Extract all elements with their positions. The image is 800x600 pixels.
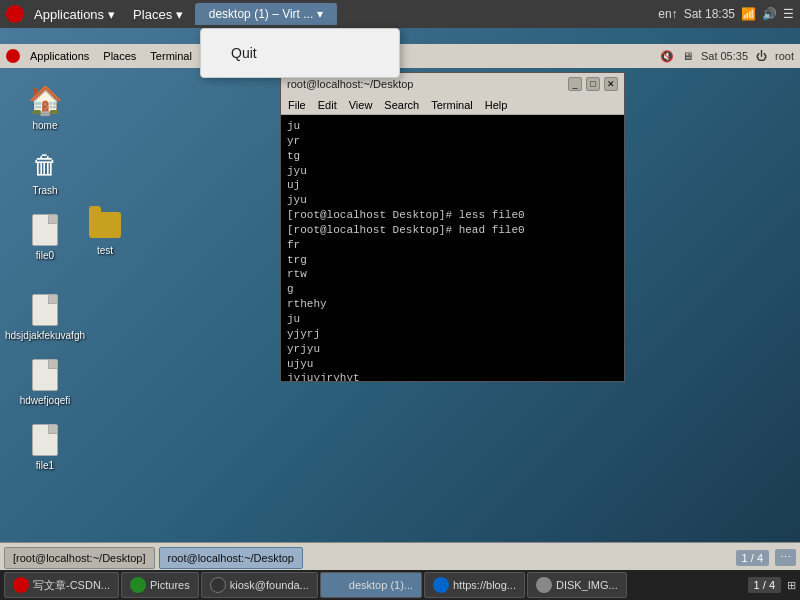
terminal-line: g [287,282,618,297]
bottom-app-browser[interactable]: https://blog... [424,572,525,598]
bottom-app-csdn[interactable]: 写文章-CSDN... [4,572,119,598]
bottom-appbar: 写文章-CSDN... Pictures kiosk@founda... des… [0,570,800,600]
bottom-app-disk[interactable]: DISK_IMG... [527,572,627,598]
bottom-app-pictures[interactable]: Pictures [121,572,199,598]
bottom-app-desktop[interactable]: desktop (1)... [320,572,422,598]
desktop-icon-hdwefjoqefi[interactable]: hdwefjoqefi [10,353,80,410]
desktop-icon-btn [329,577,345,593]
trash-icon: 🗑 [27,147,63,183]
taskbar-item-2[interactable]: root@localhost:~/Desktop [159,547,303,569]
applications-menu-button[interactable]: Applications ▾ [28,5,121,24]
browser-icon [433,577,449,593]
terminal-line: trg [287,253,618,268]
applications-label: Applications [34,7,104,22]
inner-screen-icon: 🖥 [682,50,693,62]
applications-arrow: ▾ [108,7,115,22]
desktop-background: Applications Places Terminal 🔇 🖥 Sat 05:… [0,22,800,572]
hdwefjoqefi-icon [27,357,63,393]
pictures-icon [130,577,146,593]
terminal-terminal-menu[interactable]: Terminal [428,98,476,112]
inner-distro-icon [6,49,20,63]
bottom-nav-icon: ⊞ [787,579,796,592]
desktop-icon-test[interactable]: test [70,203,140,260]
terminal-line: [root@localhost Desktop]# head file0 [287,223,618,238]
terminal-line: ujyu [287,357,618,372]
inner-sound-icon: 🔇 [660,50,674,63]
quit-dropdown: Quit [200,28,400,78]
terminal-line: yrjyu [287,342,618,357]
test-folder-label: test [97,245,113,256]
desktop-icon-home[interactable]: 🏠 home [10,78,80,135]
terminal-window-controls: _ □ ✕ [568,77,618,91]
distro-icon [6,5,24,23]
desktop-icon-hdsjdjakfekuvafgh[interactable]: hdsjdjakfekuvafgh [10,288,80,345]
terminal-search-menu[interactable]: Search [381,98,422,112]
terminal-window: root@localhost:~/Desktop _ □ ✕ File Edit… [280,72,625,382]
terminal-line: fr [287,238,618,253]
quit-button[interactable]: Quit [201,35,399,71]
menu-icon: ☰ [783,7,794,21]
inner-topbar-left: Applications Places Terminal [6,49,196,63]
terminal-minimize-button[interactable]: _ [568,77,582,91]
taskbar-right: 1 / 4 ⋯ [736,549,796,566]
file1-icon [27,422,63,458]
terminal-line: rtw [287,267,618,282]
bottom-app-kiosk[interactable]: kiosk@founda... [201,572,318,598]
terminal-edit-menu[interactable]: Edit [315,98,340,112]
terminal-line: yjyrj [287,327,618,342]
inner-power-icon: ⏻ [756,50,767,62]
terminal-view-menu[interactable]: View [346,98,376,112]
terminal-maximize-button[interactable]: □ [586,77,600,91]
csdn-icon [13,577,29,593]
outer-topbar-left: Applications ▾ Places ▾ desktop (1) – Vi… [6,3,337,25]
wifi-icon: 📶 [741,7,756,21]
file1-label: file1 [36,460,54,471]
desktop-tab[interactable]: desktop (1) – Virt ... ▾ [195,3,338,25]
desktop-tab-label: desktop (1) – Virt ... [209,7,314,21]
terminal-line: uj [287,178,618,193]
terminal-line: jyu [287,193,618,208]
file0-label: file0 [36,250,54,261]
terminal-line: yr [287,134,618,149]
outer-topbar: Applications ▾ Places ▾ desktop (1) – Vi… [0,0,800,28]
home-icon: 🏠 [27,82,63,118]
page-indicator: 1 / 4 [736,550,769,566]
terminal-title: root@localhost:~/Desktop [287,78,413,90]
bottom-right-info: 1 / 4 ⊞ [748,577,796,593]
places-menu-button[interactable]: Places ▾ [125,5,191,24]
terminal-menubar: File Edit View Search Terminal Help [281,95,624,115]
locale-label: en↑ [658,7,677,21]
sound-icon: 🔊 [762,7,777,21]
trash-icon-label: Trash [32,185,57,196]
terminal-help-menu[interactable]: Help [482,98,511,112]
terminal-line: jyjuyjryhyt [287,371,618,381]
inner-time: Sat 05:35 [701,50,748,62]
terminal-line: tg [287,149,618,164]
inner-root-label: root [775,50,794,62]
hdsjdjakfekuvafgh-icon [27,292,63,328]
inner-places-button[interactable]: Places [99,49,140,63]
terminal-line: jyu [287,164,618,179]
disk-icon [536,577,552,593]
desktop-icon-trash[interactable]: 🗑 Trash [10,143,80,200]
bottom-pager: 1 / 4 [748,577,781,593]
terminal-file-menu[interactable]: File [285,98,309,112]
inner-taskbar: [root@localhost:~/Desktop] root@localhos… [0,542,800,572]
home-icon-label: home [32,120,57,131]
inner-applications-button[interactable]: Applications [26,49,93,63]
desktop-icon-file1[interactable]: file1 [10,418,80,475]
terminal-body[interactable]: juyrtgjyuujjyu[root@localhost Desktop]# … [281,115,624,381]
taskbar-item-1[interactable]: [root@localhost:~/Desktop] [4,547,155,569]
kiosk-icon [210,577,226,593]
desktop-icons-area: 🏠 home 🗑 Trash file0 test [0,68,140,568]
file0-icon [27,212,63,248]
desktop-tab-arrow: ▾ [317,7,323,21]
inner-terminal-button[interactable]: Terminal [146,49,196,63]
datetime-label: Sat 18:35 [684,7,735,21]
terminal-line: ju [287,119,618,134]
taskbar-nav-button[interactable]: ⋯ [775,549,796,566]
terminal-line: [root@localhost Desktop]# less file0 [287,208,618,223]
terminal-line: rthehy [287,297,618,312]
terminal-close-button[interactable]: ✕ [604,77,618,91]
inner-topbar: Applications Places Terminal 🔇 🖥 Sat 05:… [0,44,800,68]
